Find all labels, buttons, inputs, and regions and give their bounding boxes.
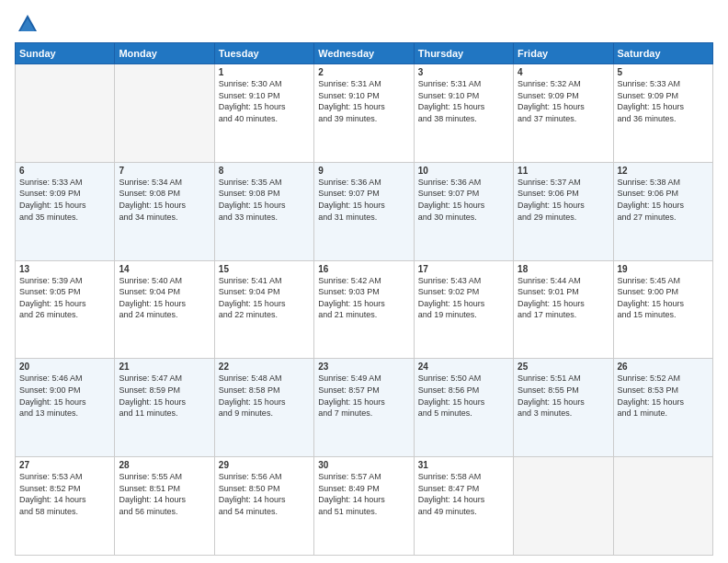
day-info: Sunrise: 5:33 AM Sunset: 9:09 PM Dayligh…: [19, 177, 110, 223]
calendar-cell: 20Sunrise: 5:46 AM Sunset: 9:00 PM Dayli…: [16, 359, 115, 457]
day-info: Sunrise: 5:58 AM Sunset: 8:47 PM Dayligh…: [418, 471, 509, 517]
calendar-cell: 25Sunrise: 5:51 AM Sunset: 8:55 PM Dayli…: [514, 359, 613, 457]
calendar-cell: 8Sunrise: 5:35 AM Sunset: 9:08 PM Daylig…: [214, 162, 313, 260]
logo: [15, 11, 44, 37]
day-info: Sunrise: 5:45 AM Sunset: 9:00 PM Dayligh…: [618, 275, 709, 321]
day-number: 17: [418, 264, 509, 274]
calendar-cell: 29Sunrise: 5:56 AM Sunset: 8:50 PM Dayli…: [214, 457, 313, 556]
day-number: 12: [618, 166, 709, 176]
day-number: 18: [518, 264, 609, 274]
day-info: Sunrise: 5:34 AM Sunset: 9:08 PM Dayligh…: [119, 177, 210, 223]
day-number: 10: [418, 166, 509, 176]
calendar-cell: 1Sunrise: 5:30 AM Sunset: 9:10 PM Daylig…: [214, 64, 313, 163]
day-number: 2: [318, 67, 409, 77]
calendar-cell: 12Sunrise: 5:38 AM Sunset: 9:06 PM Dayli…: [613, 162, 712, 260]
calendar-cell: 27Sunrise: 5:53 AM Sunset: 8:52 PM Dayli…: [16, 457, 115, 556]
weekday-header: Thursday: [414, 43, 513, 64]
day-info: Sunrise: 5:42 AM Sunset: 9:03 PM Dayligh…: [318, 275, 409, 321]
weekday-header: Saturday: [613, 43, 712, 64]
day-info: Sunrise: 5:32 AM Sunset: 9:09 PM Dayligh…: [518, 78, 609, 124]
calendar-week-row: 6Sunrise: 5:33 AM Sunset: 9:09 PM Daylig…: [16, 162, 713, 260]
day-number: 6: [19, 166, 110, 176]
day-number: 11: [518, 166, 609, 176]
calendar-table: SundayMondayTuesdayWednesdayThursdayFrid…: [15, 42, 713, 556]
day-info: Sunrise: 5:53 AM Sunset: 8:52 PM Dayligh…: [19, 471, 110, 517]
day-info: Sunrise: 5:30 AM Sunset: 9:10 PM Dayligh…: [219, 78, 310, 124]
day-info: Sunrise: 5:51 AM Sunset: 8:55 PM Dayligh…: [518, 373, 609, 419]
day-info: Sunrise: 5:52 AM Sunset: 8:53 PM Dayligh…: [618, 373, 709, 419]
calendar-cell: 15Sunrise: 5:41 AM Sunset: 9:04 PM Dayli…: [214, 260, 313, 359]
weekday-header: Sunday: [16, 43, 115, 64]
calendar-cell: 3Sunrise: 5:31 AM Sunset: 9:10 PM Daylig…: [414, 64, 513, 163]
day-info: Sunrise: 5:44 AM Sunset: 9:01 PM Dayligh…: [518, 275, 609, 321]
calendar-cell: [115, 64, 214, 163]
calendar-week-row: 1Sunrise: 5:30 AM Sunset: 9:10 PM Daylig…: [16, 64, 713, 163]
day-number: 3: [418, 67, 509, 77]
calendar-cell: 17Sunrise: 5:43 AM Sunset: 9:02 PM Dayli…: [414, 260, 513, 359]
day-info: Sunrise: 5:43 AM Sunset: 9:02 PM Dayligh…: [418, 275, 509, 321]
day-info: Sunrise: 5:31 AM Sunset: 9:10 PM Dayligh…: [418, 78, 509, 124]
day-number: 4: [518, 67, 609, 77]
calendar-header-row: SundayMondayTuesdayWednesdayThursdayFrid…: [16, 43, 713, 64]
calendar-cell: 18Sunrise: 5:44 AM Sunset: 9:01 PM Dayli…: [514, 260, 613, 359]
day-number: 24: [418, 362, 509, 372]
day-number: 8: [219, 166, 310, 176]
page: SundayMondayTuesdayWednesdayThursdayFrid…: [0, 0, 728, 563]
calendar-cell: 16Sunrise: 5:42 AM Sunset: 9:03 PM Dayli…: [314, 260, 414, 359]
day-number: 9: [318, 166, 409, 176]
calendar-cell: 22Sunrise: 5:48 AM Sunset: 8:58 PM Dayli…: [214, 359, 313, 457]
calendar-week-row: 27Sunrise: 5:53 AM Sunset: 8:52 PM Dayli…: [16, 457, 713, 556]
day-info: Sunrise: 5:39 AM Sunset: 9:05 PM Dayligh…: [19, 275, 110, 321]
day-number: 25: [518, 362, 609, 372]
calendar-cell: 9Sunrise: 5:36 AM Sunset: 9:07 PM Daylig…: [314, 162, 414, 260]
calendar-cell: 26Sunrise: 5:52 AM Sunset: 8:53 PM Dayli…: [613, 359, 712, 457]
day-number: 16: [318, 264, 409, 274]
calendar-cell: 6Sunrise: 5:33 AM Sunset: 9:09 PM Daylig…: [16, 162, 115, 260]
day-info: Sunrise: 5:35 AM Sunset: 9:08 PM Dayligh…: [219, 177, 310, 223]
day-info: Sunrise: 5:31 AM Sunset: 9:10 PM Dayligh…: [318, 78, 409, 124]
calendar-cell: 14Sunrise: 5:40 AM Sunset: 9:04 PM Dayli…: [115, 260, 214, 359]
day-info: Sunrise: 5:36 AM Sunset: 9:07 PM Dayligh…: [318, 177, 409, 223]
day-info: Sunrise: 5:49 AM Sunset: 8:57 PM Dayligh…: [318, 373, 409, 419]
day-number: 19: [618, 264, 709, 274]
day-info: Sunrise: 5:57 AM Sunset: 8:49 PM Dayligh…: [318, 471, 409, 517]
day-number: 28: [119, 460, 210, 470]
calendar-cell: 13Sunrise: 5:39 AM Sunset: 9:05 PM Dayli…: [16, 260, 115, 359]
calendar-cell: 23Sunrise: 5:49 AM Sunset: 8:57 PM Dayli…: [314, 359, 414, 457]
day-info: Sunrise: 5:37 AM Sunset: 9:06 PM Dayligh…: [518, 177, 609, 223]
day-number: 1: [219, 67, 310, 77]
day-number: 7: [119, 166, 210, 176]
day-number: 20: [19, 362, 110, 372]
day-number: 21: [119, 362, 210, 372]
day-info: Sunrise: 5:50 AM Sunset: 8:56 PM Dayligh…: [418, 373, 509, 419]
day-number: 15: [219, 264, 310, 274]
day-number: 13: [19, 264, 110, 274]
day-number: 22: [219, 362, 310, 372]
day-number: 31: [418, 460, 509, 470]
day-number: 23: [318, 362, 409, 372]
calendar-cell: [16, 64, 115, 163]
calendar-cell: 5Sunrise: 5:33 AM Sunset: 9:09 PM Daylig…: [613, 64, 712, 163]
weekday-header: Monday: [115, 43, 214, 64]
calendar-cell: 2Sunrise: 5:31 AM Sunset: 9:10 PM Daylig…: [314, 64, 414, 163]
calendar-cell: 28Sunrise: 5:55 AM Sunset: 8:51 PM Dayli…: [115, 457, 214, 556]
weekday-header: Wednesday: [314, 43, 414, 64]
calendar-cell: [514, 457, 613, 556]
calendar-cell: 21Sunrise: 5:47 AM Sunset: 8:59 PM Dayli…: [115, 359, 214, 457]
weekday-header: Tuesday: [214, 43, 313, 64]
day-number: 27: [19, 460, 110, 470]
day-number: 30: [318, 460, 409, 470]
calendar-cell: 10Sunrise: 5:36 AM Sunset: 9:07 PM Dayli…: [414, 162, 513, 260]
calendar-cell: 24Sunrise: 5:50 AM Sunset: 8:56 PM Dayli…: [414, 359, 513, 457]
calendar-cell: 19Sunrise: 5:45 AM Sunset: 9:00 PM Dayli…: [613, 260, 712, 359]
calendar-week-row: 13Sunrise: 5:39 AM Sunset: 9:05 PM Dayli…: [16, 260, 713, 359]
calendar-week-row: 20Sunrise: 5:46 AM Sunset: 9:00 PM Dayli…: [16, 359, 713, 457]
day-info: Sunrise: 5:55 AM Sunset: 8:51 PM Dayligh…: [119, 471, 210, 517]
day-info: Sunrise: 5:38 AM Sunset: 9:06 PM Dayligh…: [618, 177, 709, 223]
day-number: 26: [618, 362, 709, 372]
day-info: Sunrise: 5:33 AM Sunset: 9:09 PM Dayligh…: [618, 78, 709, 124]
day-info: Sunrise: 5:46 AM Sunset: 9:00 PM Dayligh…: [19, 373, 110, 419]
day-number: 5: [618, 67, 709, 77]
day-info: Sunrise: 5:40 AM Sunset: 9:04 PM Dayligh…: [119, 275, 210, 321]
day-info: Sunrise: 5:36 AM Sunset: 9:07 PM Dayligh…: [418, 177, 509, 223]
